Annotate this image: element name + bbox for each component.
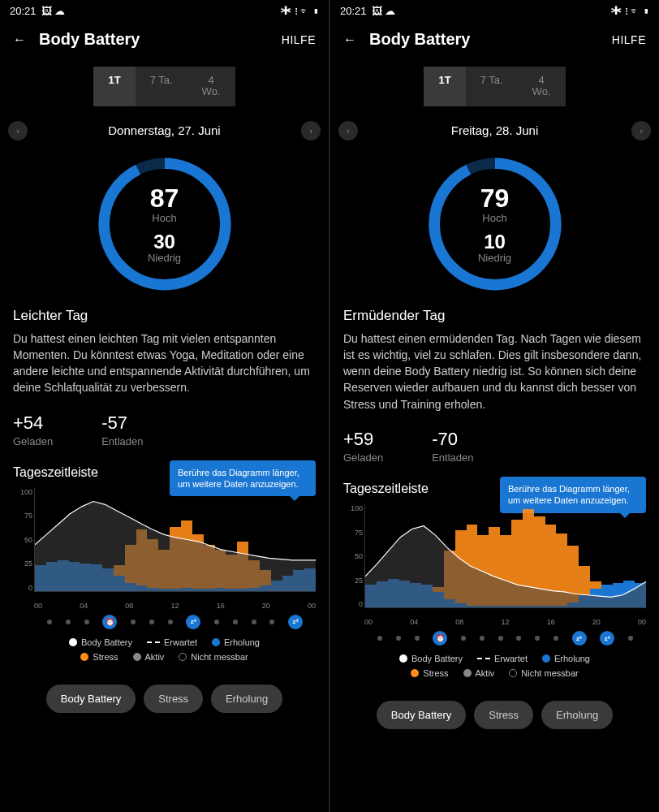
timeline-marker [396,636,401,641]
x-tick: 00 [34,602,42,610]
range-tabs: 1T 7 Ta. 4 Wo. [330,67,659,106]
back-icon[interactable]: ← [343,32,356,47]
x-tick: 20 [592,618,601,626]
pill-stress[interactable]: Stress [144,685,203,713]
x-tick: 08 [125,602,133,610]
y-tick: 100 [13,488,32,496]
charged-label: Geladen [343,451,383,464]
x-tick: 00 [364,618,373,626]
summary-title: Leichter Tag [13,308,316,324]
timeline-marker [47,620,52,624]
timeline-marker [516,636,521,641]
timeline-marker [214,620,219,624]
chart-legend: Body Battery Erwartet Erholung Stress Ak… [330,646,659,691]
prev-day-button[interactable]: ‹ [8,121,28,140]
low-value: 10 [484,231,506,253]
tab-7days[interactable]: 7 Ta. [466,67,518,106]
timeline-marker: zᶻ [572,631,587,646]
clock: 20:21 [10,5,37,17]
timeline-marker: ⏰ [102,615,117,629]
drained-value: -70 [432,429,473,450]
timeline-chart[interactable]: 1007550250 00040812162000 [343,504,646,626]
status-bar: 20:21 🖼 ☁ ✱ ⋮ᯤ ▮ [0,0,329,22]
x-tick: 04 [80,602,88,610]
back-icon[interactable]: ← [13,32,26,47]
pill-stress[interactable]: Stress [474,701,533,729]
timeline-marker: zᶻ [600,631,614,646]
pill-recovery[interactable]: Erholung [211,685,282,713]
summary-body: Du hattest einen ermüdenden Tag. Nach Ta… [343,330,646,412]
pill-body-battery[interactable]: Body Battery [377,701,466,729]
prev-day-button[interactable]: ‹ [338,121,358,140]
y-tick: 25 [343,577,363,585]
y-tick: 75 [13,512,32,520]
timeline-marker [269,620,274,624]
timeline-chart[interactable]: 1007550250 00040812162000 [13,488,316,610]
low-label: Niedrig [478,252,511,264]
charged-label: Geladen [13,435,53,447]
tab-7days[interactable]: 7 Ta. [136,67,187,106]
range-tabs: 1T 7 Ta. 4 Wo. [0,67,329,106]
timeline-marker [498,636,503,641]
low-label: Niedrig [148,252,181,264]
date-label: Donnerstag, 27. Juni [108,123,220,137]
timeline-marker [233,620,238,624]
y-tick: 75 [343,529,363,537]
status-bar: 20:21 🖼 ☁ ✱ ⋮ᯤ ▮ [330,0,659,22]
help-button[interactable]: HILFE [612,33,646,46]
timeline-marker [149,620,154,624]
timeline-marker: ⏰ [433,631,447,646]
y-tick: 100 [343,504,363,512]
timeline-marker [461,636,466,641]
y-tick: 0 [13,584,32,592]
low-value: 30 [153,231,175,253]
pill-recovery[interactable]: Erholung [541,701,613,729]
next-day-button[interactable]: › [301,121,321,140]
x-tick: 00 [308,602,316,610]
timeline-marker [168,620,173,624]
notif-icon: 🖼 ☁ [41,5,66,17]
high-value: 87 [150,184,179,214]
charged-value: +59 [343,429,383,450]
chart-legend: Body Battery Erwartet Erholung Stress Ak… [0,629,329,675]
date-label: Freitag, 28. Juni [451,123,539,137]
y-tick: 25 [13,559,32,568]
timeline-marker [480,636,485,641]
body-battery-ring: 79 Hoch 10 Niedrig [426,155,564,293]
tab-1day[interactable]: 1T [424,67,465,106]
timeline-marker [553,636,558,641]
timeline-marker: zᶻ [288,615,303,629]
status-icons: ✱ ⋮ᯤ ▮ [611,5,649,17]
x-tick: 20 [262,602,270,610]
high-label: Hoch [152,212,176,224]
drained-label: Entladen [101,435,143,447]
page-title: Body Battery [39,30,140,49]
clock: 20:21 [340,5,367,17]
tab-1day[interactable]: 1T [93,67,135,106]
status-icons: ✱ ⋮ᯤ ▮ [281,5,319,17]
y-tick: 0 [343,600,363,608]
page-title: Body Battery [369,30,470,49]
high-label: Hoch [482,212,506,224]
next-day-button[interactable]: › [631,121,651,140]
pill-body-battery[interactable]: Body Battery [46,685,136,713]
timeline-marker [252,620,256,624]
y-tick: 50 [13,536,32,544]
charged-value: +54 [13,412,53,434]
body-battery-ring: 87 Hoch 30 Niedrig [96,155,234,293]
x-tick: 16 [547,618,555,626]
timeline-marker [377,636,382,641]
tab-4weeks[interactable]: 4 Wo. [518,67,566,106]
x-tick: 04 [410,618,418,626]
timeline-marker: zᶻ [186,615,200,629]
timeline-marker [84,620,89,624]
x-tick: 08 [455,618,463,626]
x-tick: 16 [217,602,225,610]
help-button[interactable]: HILFE [282,33,316,46]
drained-value: -57 [101,412,143,434]
timeline-marker [628,636,633,641]
tab-4weeks[interactable]: 4 Wo. [187,67,235,106]
y-tick: 50 [343,552,363,560]
timeline-marker [535,636,540,641]
drained-label: Entladen [432,451,473,464]
